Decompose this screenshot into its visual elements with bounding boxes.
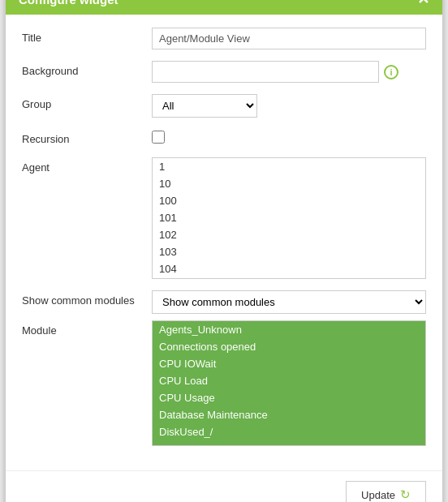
show-modules-label: Show common modules bbox=[22, 290, 152, 307]
recursion-label: Recursion bbox=[22, 129, 152, 145]
recursion-row: Recursion bbox=[22, 129, 426, 146]
group-control: All bbox=[152, 94, 426, 118]
show-modules-control: Show common modules bbox=[152, 290, 426, 314]
module-control: Agents_UnknownConnections openedCPU IOWa… bbox=[152, 320, 426, 446]
background-label: Background bbox=[22, 61, 152, 77]
update-button[interactable]: Update ↻ bbox=[346, 481, 426, 502]
module-row: Module Agents_UnknownConnections openedC… bbox=[22, 320, 426, 446]
configure-widget-dialog: Configure widget ✕ Title Background i Gr… bbox=[5, 0, 443, 502]
agent-list-item[interactable]: 1 bbox=[153, 158, 425, 175]
module-list-item[interactable]: CPU IOWait bbox=[153, 355, 425, 372]
group-select[interactable]: All bbox=[152, 94, 257, 118]
agent-list-item[interactable]: 103 bbox=[153, 243, 425, 260]
agent-list-item[interactable]: 100 bbox=[153, 192, 425, 209]
agent-list-item[interactable]: 10 bbox=[153, 175, 425, 192]
show-modules-select[interactable]: Show common modules bbox=[152, 290, 426, 314]
module-list-item[interactable]: DiskUsed_/boot bbox=[153, 440, 425, 446]
agent-control: 110100101102103104105106107 bbox=[152, 157, 426, 279]
agent-row: Agent 110100101102103104105106107 bbox=[22, 157, 426, 279]
agent-list-item[interactable]: 102 bbox=[153, 226, 425, 243]
agent-list-item[interactable]: 104 bbox=[153, 260, 425, 277]
close-button[interactable]: ✕ bbox=[417, 0, 429, 6]
module-label: Module bbox=[22, 320, 152, 337]
show-modules-row: Show common modules Show common modules bbox=[22, 290, 426, 314]
recursion-checkbox[interactable] bbox=[152, 131, 165, 144]
dialog-body: Title Background i Group All bbox=[6, 15, 442, 470]
title-row: Title bbox=[22, 28, 426, 49]
info-icon[interactable]: i bbox=[384, 65, 398, 79]
update-label: Update bbox=[361, 489, 395, 501]
background-row: Background i bbox=[22, 61, 426, 83]
dialog-header: Configure widget ✕ bbox=[6, 0, 442, 15]
module-list[interactable]: Agents_UnknownConnections openedCPU IOWa… bbox=[152, 320, 426, 446]
module-list-item[interactable]: Connections opened bbox=[153, 338, 425, 355]
module-list-item[interactable]: Agents_Unknown bbox=[153, 321, 425, 338]
title-label: Title bbox=[22, 28, 152, 44]
agent-list-item[interactable]: 105 bbox=[153, 277, 425, 279]
background-control: i bbox=[152, 61, 426, 83]
module-list-item[interactable]: DiskUsed_/ bbox=[153, 423, 425, 440]
refresh-icon: ↻ bbox=[400, 487, 411, 502]
title-control bbox=[152, 28, 426, 49]
module-list-item[interactable]: Database Maintenance bbox=[153, 406, 425, 423]
module-list-item[interactable]: CPU Usage bbox=[153, 389, 425, 406]
title-input[interactable] bbox=[152, 28, 426, 49]
agent-list[interactable]: 110100101102103104105106107 bbox=[152, 157, 426, 279]
dialog-title: Configure widget bbox=[19, 0, 118, 6]
agent-label: Agent bbox=[22, 157, 152, 174]
recursion-control bbox=[152, 129, 426, 146]
agent-list-item[interactable]: 101 bbox=[153, 209, 425, 226]
dialog-footer: Update ↻ bbox=[6, 470, 442, 502]
background-input[interactable] bbox=[152, 61, 379, 83]
group-label: Group bbox=[22, 94, 152, 110]
module-list-item[interactable]: CPU Load bbox=[153, 372, 425, 389]
group-row: Group All bbox=[22, 94, 426, 118]
